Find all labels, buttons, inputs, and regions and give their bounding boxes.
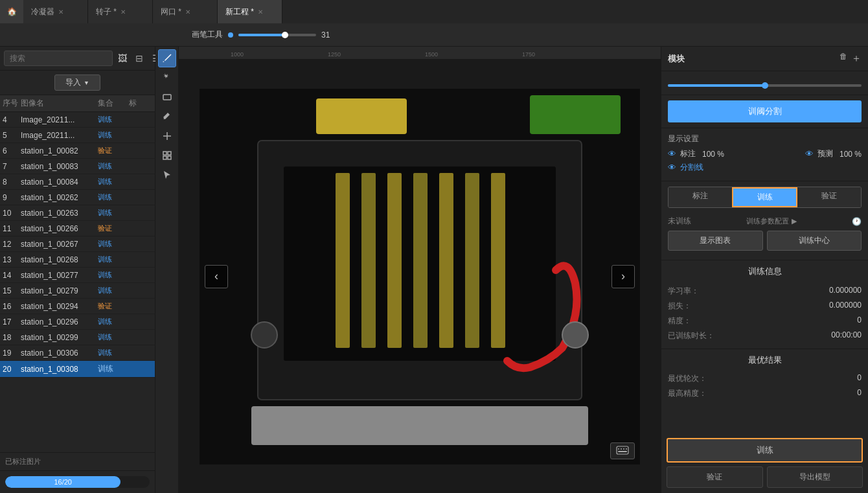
secondary-buttons: 验证 导出模型 xyxy=(667,466,863,488)
left-panel: 🖼 ⊟ ☰ 🎧 导入 ▼ 序号 图像名 集合 标 4Image_20211...… xyxy=(0,47,155,493)
delete-icon[interactable]: 🗑 xyxy=(839,52,847,65)
eye-label-icon[interactable]: 👁 xyxy=(668,149,676,159)
title-bar: 🏠 冷凝器 ✕ 转子 * ✕ 网口 * ✕ 新工程 * ✕ xyxy=(0,0,868,23)
tab-close-port[interactable]: ✕ xyxy=(185,8,190,16)
train-status-section: 未训练 训练参数配置 ▶ 🕐 显示图表 训练中心 xyxy=(661,213,868,260)
next-image-btn[interactable]: › xyxy=(611,265,635,288)
list-item[interactable]: 15station_1_00279训练 xyxy=(0,283,155,299)
list-item-selected[interactable]: 20station_1_00308训练 xyxy=(0,361,155,378)
best-accuracy-value: 0 xyxy=(857,388,862,399)
canvas-image-area: ‹ › xyxy=(200,89,640,464)
canvas-svg xyxy=(200,89,640,464)
ruler: 1000 1250 1500 1750 xyxy=(179,47,661,60)
home-btn[interactable]: 🏠 xyxy=(0,0,23,23)
list-item[interactable]: 12station_1_00267训练 xyxy=(0,236,155,252)
list-item[interactable]: 5Image_20211...训练 xyxy=(0,128,155,143)
list-item[interactable]: 6station_1_00082验证 xyxy=(0,143,155,159)
best-epoch-row: 最优轮次： 0 xyxy=(668,371,862,386)
filter-icon-btn[interactable]: ⊟ xyxy=(132,51,146,65)
image-list: 4Image_20211...训练 5Image_20211...训练 6sta… xyxy=(0,112,155,452)
search-input[interactable] xyxy=(4,51,113,66)
list-item[interactable]: 8station_1_00084训练 xyxy=(0,174,155,190)
tab-port[interactable]: 网口 * ✕ xyxy=(153,0,218,23)
keyboard-shortcuts-btn[interactable] xyxy=(610,442,635,459)
show-chart-btn[interactable]: 显示图表 xyxy=(668,231,763,251)
list-item[interactable]: 9station_1_00262训练 xyxy=(0,190,155,205)
learning-rate-row: 学习率： 0.000000 xyxy=(668,284,862,299)
history-icon[interactable]: 🕐 xyxy=(852,217,862,226)
import-button[interactable]: 导入 ▼ xyxy=(54,75,100,91)
list-item[interactable]: 10station_1_00263训练 xyxy=(0,205,155,221)
ruler-mark: 1500 xyxy=(425,51,438,58)
tab-rotor[interactable]: 转子 * ✕ xyxy=(88,0,153,23)
svg-rect-4 xyxy=(168,152,171,155)
train-config-btn[interactable]: 训练参数配置 ▶ xyxy=(746,216,797,226)
trained-time-row: 已训练时长： 00:00:00 xyxy=(668,328,862,343)
train-center-btn[interactable]: 训练中心 xyxy=(767,231,862,251)
list-item[interactable]: 11station_1_00266验证 xyxy=(0,221,155,236)
tab-close-rotor[interactable]: ✕ xyxy=(120,8,126,16)
add-icon[interactable]: ＋ xyxy=(851,52,862,65)
threshold-slider[interactable] xyxy=(668,84,862,87)
list-item[interactable]: 13station_1_00268训练 xyxy=(0,252,155,268)
svg-rect-3 xyxy=(163,152,166,155)
cross-tool-btn[interactable] xyxy=(158,127,176,145)
erase-tool-btn[interactable] xyxy=(158,108,176,126)
brush-size-slider[interactable] xyxy=(238,34,316,36)
rect-tool-btn[interactable] xyxy=(158,88,176,106)
loss-row: 损失： 0.000000 xyxy=(668,299,862,314)
grid-tool-btn[interactable] xyxy=(158,146,176,165)
list-item[interactable]: 7station_1_00083训练 xyxy=(0,159,155,174)
list-item[interactable]: 4Image_20211...训练 xyxy=(0,112,155,128)
learning-rate-label: 学习率： xyxy=(668,286,699,297)
search-area: 🖼 ⊟ ☰ 🎧 xyxy=(0,47,155,71)
list-item[interactable]: 14station_1_00277训练 xyxy=(0,268,155,283)
canvas-main: ‹ › xyxy=(179,60,661,493)
svg-rect-13 xyxy=(336,173,350,348)
ruler-mark: 1000 xyxy=(231,51,244,58)
list-item[interactable]: 17station_1_00296训练 xyxy=(0,314,155,330)
tab-new-project[interactable]: 新工程 * ✕ xyxy=(218,0,282,23)
display-settings: 显示设置 👁 标注 100 % 👁 预测 100 % 👁 分割线 xyxy=(661,128,868,181)
main-train-button[interactable]: 训练 xyxy=(667,438,863,463)
main-area: 🖼 ⊟ ☰ 🎧 导入 ▼ 序号 图像名 集合 标 4Image_20211...… xyxy=(0,47,868,493)
progress-fill: 16/20 xyxy=(5,476,120,488)
annotation-mode-tabs: 标注 训练 验证 xyxy=(668,187,862,208)
list-item[interactable]: 18station_1_00299训练 xyxy=(0,330,155,345)
list-item[interactable]: 16station_1_00294验证 xyxy=(0,299,155,314)
tab-close-condenser[interactable]: ✕ xyxy=(58,8,63,16)
trained-time-value: 00:00:00 xyxy=(831,330,862,341)
tool-label: 画笔工具 xyxy=(192,29,223,40)
train-info-section: 训练信息 学习率： 0.000000 损失： 0.000000 精度： 0 已训… xyxy=(661,260,868,349)
svg-point-21 xyxy=(251,322,277,348)
image-icon-btn[interactable]: 🖼 xyxy=(115,51,130,65)
right-header: 模块 🗑 ＋ xyxy=(661,47,868,71)
accuracy-value: 0 xyxy=(857,315,862,327)
tab-verify[interactable]: 验证 xyxy=(797,187,861,207)
best-results-section: 最优结果 最优轮次： 0 最高精度： 0 xyxy=(661,349,868,406)
tab-condenser[interactable]: 冷凝器 ✕ xyxy=(23,0,88,23)
threshold-section xyxy=(661,71,868,95)
mode-tabs: 标注 训练 验证 xyxy=(661,181,868,213)
best-accuracy-label: 最高精度： xyxy=(668,388,707,399)
tab-train[interactable]: 训练 xyxy=(732,187,798,207)
select-tool-btn[interactable] xyxy=(158,166,176,184)
verify-button[interactable]: 验证 xyxy=(667,466,763,488)
segment-button[interactable]: 训阈分割 xyxy=(668,100,862,122)
prev-image-btn[interactable]: ‹ xyxy=(205,265,228,288)
chevron-icon: ▼ xyxy=(84,80,89,86)
eye-predict-icon[interactable]: 👁 xyxy=(805,149,814,159)
accuracy-label: 精度： xyxy=(668,315,691,327)
magic-tool-btn[interactable] xyxy=(158,69,176,87)
list-item[interactable]: 19station_1_00306训练 xyxy=(0,345,155,361)
tab-label[interactable]: 标注 xyxy=(668,187,732,207)
export-model-button[interactable]: 导出模型 xyxy=(767,466,863,488)
bottom-buttons: 训练 验证 导出模型 xyxy=(661,433,868,493)
progress-bar: 16/20 xyxy=(5,476,150,488)
tab-close-new[interactable]: ✕ xyxy=(258,8,263,16)
right-header-icons: 🗑 ＋ xyxy=(839,52,862,65)
svg-rect-5 xyxy=(163,156,166,159)
pen-tool-btn[interactable] xyxy=(158,49,176,67)
eye-seg-icon[interactable]: 👁 xyxy=(668,163,676,172)
toolbar-dot xyxy=(228,32,233,38)
